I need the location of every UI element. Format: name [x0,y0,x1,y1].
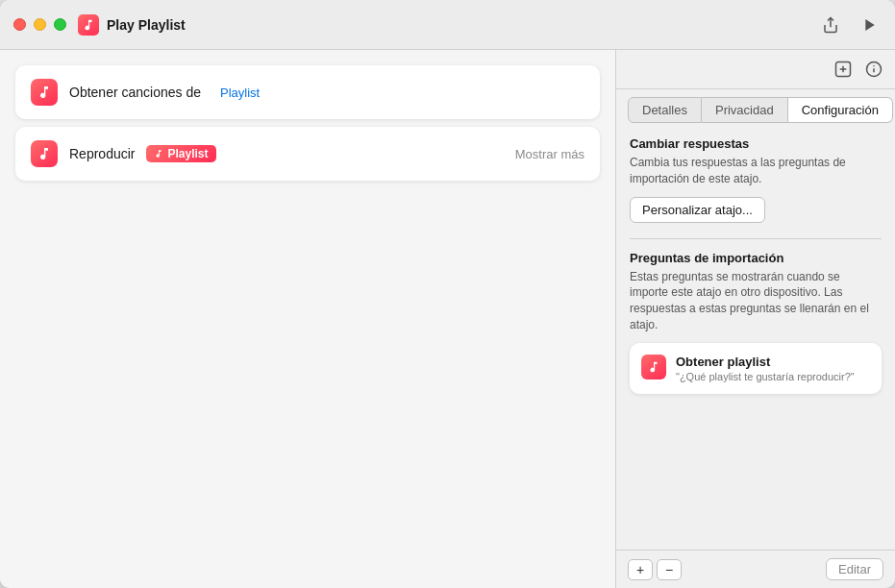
app-icon [78,14,99,36]
personalizar-atajo-button[interactable]: Personalizar atajo... [630,197,765,223]
add-to-shortcut-button[interactable] [833,60,853,79]
preguntas-importacion-desc: Estas preguntas se mostrarán cuando se i… [630,269,882,333]
titlebar: Play Playlist [0,0,895,50]
import-question-title: Obtener playlist [676,355,855,369]
right-panel: Detalles Privacidad Configuración Cambia… [616,50,895,588]
tab-configuracion[interactable]: Configuración [788,97,893,123]
window-title: Play Playlist [107,17,818,33]
play-button[interactable] [858,13,882,37]
music-note-icon [37,85,52,100]
section-divider [630,238,882,239]
maximize-button[interactable] [54,18,66,31]
preguntas-importacion-title: Preguntas de importación [630,251,882,265]
right-header-icons [833,60,883,79]
music-import-icon [647,360,660,374]
tabs-container: Detalles Privacidad Configuración [616,89,895,123]
import-question-card[interactable]: Obtener playlist "¿Qué playlist te gusta… [630,343,882,394]
music-badge-icon [154,149,163,159]
edit-button[interactable]: Editar [826,558,883,580]
action-card-reproducir[interactable]: Reproducir Playlist Mostrar más [15,127,600,181]
titlebar-actions [818,12,882,37]
remove-question-button[interactable]: − [657,559,682,580]
tab-privacidad[interactable]: Privacidad [702,97,788,123]
minimize-button[interactable] [34,18,46,31]
obtener-badge: Playlist [212,84,267,102]
reproducir-icon [31,140,58,167]
cambiar-respuestas-desc: Cambia tus respuestas a las preguntas de… [630,155,882,187]
show-more-label: Mostrar más [515,147,584,161]
main-content: Obtener canciones de Playlist Reproducir… [0,50,895,588]
import-text: Obtener playlist "¿Qué playlist te gusta… [676,355,855,382]
cambiar-respuestas-title: Cambiar respuestas [630,136,882,151]
svg-point-7 [874,65,875,66]
right-content: Cambiar respuestas Cambia tus respuestas… [616,123,895,550]
info-button[interactable] [864,60,883,79]
traffic-lights [13,18,66,31]
main-window: Play Playlist [0,0,895,588]
close-button[interactable] [13,18,26,31]
action-card-obtener[interactable]: Obtener canciones de Playlist [15,65,600,119]
tab-detalles[interactable]: Detalles [628,97,702,123]
play-music-icon [37,146,52,161]
obtener-label: Obtener canciones de [69,85,201,100]
reproducir-badge: Playlist [146,145,215,162]
bottom-bar: + − Editar [616,550,895,588]
import-music-icon [641,355,666,380]
share-button[interactable] [818,12,843,37]
left-panel: Obtener canciones de Playlist Reproducir… [0,50,616,588]
right-panel-header [616,50,895,89]
obtener-icon [31,79,58,106]
reproducir-label: Reproducir [69,146,135,161]
music-icon [82,18,95,32]
add-question-button[interactable]: + [628,559,653,580]
import-question-subtitle: "¿Qué playlist te gustaría reproducir?" [676,371,855,382]
svg-marker-1 [865,19,874,31]
